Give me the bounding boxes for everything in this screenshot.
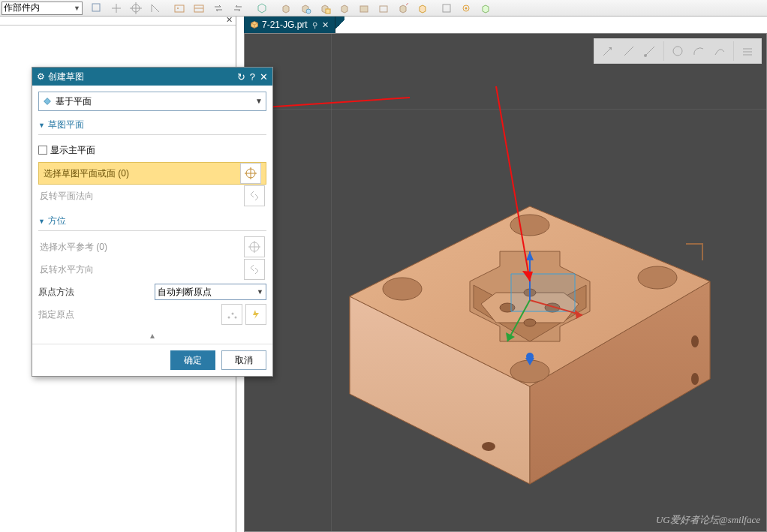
tb-swap-icon[interactable] (209, 1, 227, 16)
svg-point-52 (691, 335, 699, 347)
plane-icon (42, 96, 53, 107)
select-plane-button[interactable] (240, 163, 261, 184)
tb-gear-icon[interactable] (457, 1, 475, 16)
origin-method-select[interactable]: 自动判断原点 ▼ (155, 284, 266, 300)
tb-angle-icon[interactable] (146, 1, 164, 16)
origin-method-label: 原点方法 (38, 286, 155, 299)
svg-point-41 (383, 278, 422, 300)
point-dialog-button[interactable] (221, 304, 242, 325)
show-main-plane-row[interactable]: 显示主平面 (38, 140, 266, 161)
gear-icon[interactable]: ⚙ (37, 71, 45, 82)
cancel-button[interactable]: 取消 (221, 350, 266, 370)
select-horiz-row: 选择水平参考 (0) (38, 236, 266, 258)
collapse-icon: ▼ (38, 218, 45, 225)
part-icon (250, 20, 259, 29)
points-icon (226, 308, 238, 320)
svg-point-54 (482, 442, 495, 451)
section-plane-label: 草图平面 (48, 119, 84, 131)
tb-point-icon[interactable] (107, 1, 125, 16)
reverse-normal-button[interactable] (244, 185, 265, 206)
svg-point-42 (510, 215, 549, 236)
svg-point-7 (177, 8, 179, 9)
help-icon[interactable]: ? (250, 71, 255, 83)
vp-arc-icon[interactable] (689, 41, 708, 61)
vp-lines-icon[interactable] (738, 41, 757, 61)
svg-rect-6 (175, 5, 184, 12)
svg-point-53 (691, 373, 699, 385)
svg-point-77 (235, 317, 237, 319)
chevron-down-icon: ▼ (257, 288, 263, 296)
section-header-orient[interactable]: ▼ 方位 (38, 215, 266, 231)
tb-misc1-icon[interactable] (438, 1, 456, 16)
swap-icon (248, 263, 260, 275)
svg-marker-25 (483, 5, 489, 13)
refresh-icon[interactable]: ↻ (237, 71, 245, 83)
tb-view2-icon[interactable] (190, 1, 208, 16)
tb-cube3-icon[interactable] (316, 1, 334, 16)
dialog-titlebar[interactable]: ⚙ 创建草图 ↻ ? ✕ (32, 68, 272, 86)
vp-spline-icon[interactable] (710, 41, 729, 61)
reverse-horiz-button[interactable] (244, 259, 265, 280)
tab-strip: 7-21-JG.prt ⚲ ✕ (244, 17, 344, 33)
section-header-plane[interactable]: ▼ 草图平面 (38, 119, 266, 135)
watermark: UG爱好者论坛@smilface (656, 513, 760, 527)
svg-marker-68 (44, 98, 51, 105)
close-icon[interactable]: ✕ (226, 15, 233, 25)
tb-cube7-icon[interactable] (394, 1, 412, 16)
collapse-icon: ▼ (38, 122, 45, 129)
file-tab[interactable]: 7-21-JG.prt ⚲ ✕ (244, 17, 335, 33)
svg-point-43 (638, 266, 677, 289)
dialog-buttons: 确定 取消 (32, 344, 272, 376)
select-horiz-label: 选择水平参考 (0) (40, 241, 107, 254)
svg-marker-11 (283, 5, 289, 13)
svg-line-28 (603, 49, 610, 56)
tb-hex-icon[interactable] (253, 1, 271, 16)
tb-cube4-icon[interactable] (335, 1, 353, 16)
vp-circle-icon[interactable] (668, 41, 687, 61)
origin-method-row: 原点方法 自动判断原点 ▼ (38, 281, 266, 303)
section-orient-label: 方位 (48, 215, 66, 227)
svg-line-20 (406, 3, 408, 5)
select-horiz-button[interactable] (244, 236, 265, 257)
file-tab-label: 7-21-JG.prt (262, 20, 308, 30)
svg-marker-78 (253, 310, 259, 319)
infer-point-button[interactable] (245, 304, 266, 325)
svg-rect-15 (326, 9, 330, 14)
collapse-bar[interactable]: ▴ (38, 330, 266, 341)
sketch-type-label: 基于平面 (56, 95, 92, 108)
dialog-close-icon[interactable]: ✕ (260, 71, 268, 83)
svg-rect-17 (360, 6, 368, 12)
tb-view1-icon[interactable] (170, 1, 188, 16)
scope-combo[interactable]: 作部件内 ▼ (2, 2, 83, 15)
vp-line-icon[interactable] (619, 41, 639, 61)
sketch-type-dropdown[interactable]: 基于平面 ▼ (38, 92, 266, 111)
svg-line-30 (624, 47, 633, 56)
reverse-normal-label: 反转平面法向 (40, 190, 94, 203)
svg-marker-16 (341, 5, 347, 13)
select-plane-row[interactable]: 选择草图平面或面 (0) (38, 162, 266, 185)
tb-cube2-icon[interactable] (296, 1, 314, 16)
ok-button[interactable]: 确定 (170, 350, 215, 370)
svg-marker-10 (258, 4, 266, 13)
vp-line2-icon[interactable] (640, 41, 660, 61)
svg-point-76 (232, 313, 234, 315)
left-panel-header: ✕ (0, 17, 236, 26)
tb-swap2-icon[interactable] (229, 1, 247, 16)
tb-select-icon[interactable] (88, 1, 106, 16)
tb-cube8-icon[interactable] (414, 1, 432, 16)
tb-cube6-icon[interactable] (374, 1, 393, 16)
tb-target-icon[interactable] (127, 1, 145, 16)
tab-close-icon[interactable]: ✕ (322, 20, 329, 30)
tb-cube5-icon[interactable] (355, 1, 373, 16)
checkbox-icon[interactable] (38, 146, 47, 155)
tb-misc2-icon[interactable] (477, 1, 495, 16)
svg-point-32 (644, 54, 647, 57)
origin-method-value: 自动判断原点 (158, 286, 212, 299)
svg-rect-22 (443, 5, 450, 12)
viewport[interactable]: UG爱好者论坛@smilface (244, 33, 767, 532)
vp-zoom-icon[interactable] (598, 41, 618, 61)
tb-cube1-icon[interactable] (277, 1, 295, 16)
svg-rect-0 (92, 4, 100, 11)
pin-icon[interactable]: ⚲ (312, 21, 317, 29)
reverse-horiz-row: 反转水平方向 (38, 258, 266, 281)
